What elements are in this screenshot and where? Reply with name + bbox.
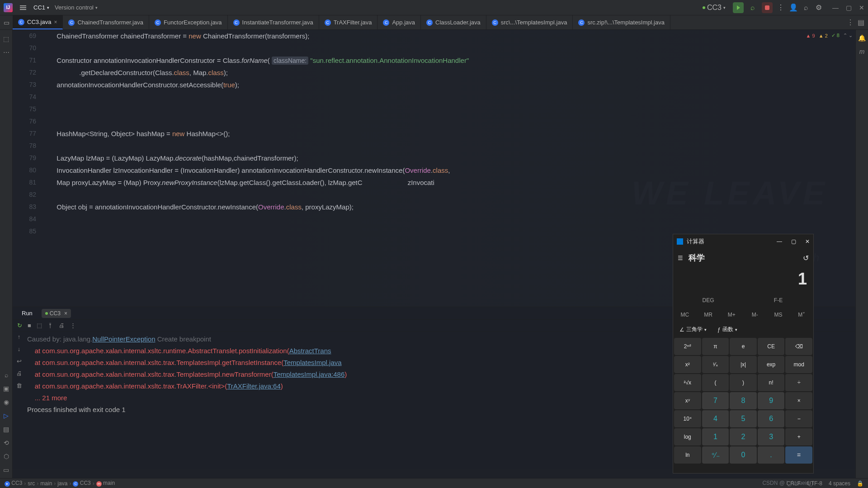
tab-list-icon[interactable]: ▤ <box>858 18 864 27</box>
editor-tab[interactable]: CClassLoader.java <box>421 15 486 29</box>
project-dropdown[interactable]: CC1▾ <box>33 4 49 11</box>
breadcrumb-item[interactable]: C CC3 <box>73 480 90 487</box>
line-number[interactable]: 84 <box>13 213 36 225</box>
calc-maximize-icon[interactable]: ▢ <box>791 238 796 245</box>
line-number[interactable]: 70 <box>13 42 36 54</box>
run-config-dropdown[interactable]: CC3▾ <box>699 3 729 13</box>
profiler-icon[interactable]: ◉ <box>4 398 9 406</box>
calc-deg[interactable]: DEG <box>673 293 743 308</box>
code-line[interactable]: Map proxyLazyMap = (Map) Proxy.newProxyI… <box>42 176 855 189</box>
calc-key[interactable]: 2ⁿᵈ <box>674 338 701 355</box>
calc-key[interactable]: |x| <box>730 356 757 373</box>
scroll-top-icon[interactable]: ↑ <box>18 333 21 340</box>
gutter[interactable]: 6970717273747576777879808182838485 <box>13 30 42 307</box>
calc-key[interactable]: ¹⁄ₓ <box>702 356 729 373</box>
line-number[interactable]: 69 <box>13 30 36 42</box>
debug-button[interactable]: ⌕ <box>747 2 758 13</box>
calc-key[interactable]: n! <box>758 374 785 391</box>
breadcrumb-item[interactable]: main <box>40 480 52 487</box>
stop-icon[interactable]: ■ <box>28 322 31 329</box>
calc-key[interactable]: 0 <box>730 446 757 464</box>
close-tab-icon[interactable]: × <box>54 19 57 25</box>
line-number[interactable]: 81 <box>13 176 36 189</box>
editor-tab[interactable]: CCC3.java× <box>13 15 63 29</box>
code-line[interactable] <box>42 42 855 54</box>
vcs-dropdown[interactable]: Version control▾ <box>55 4 98 11</box>
line-number[interactable]: 78 <box>13 140 36 152</box>
print-icon[interactable]: 🖨 <box>16 370 22 377</box>
notifications-icon[interactable]: 🔔 <box>858 34 866 42</box>
code-line[interactable]: annotationInvocationHandlerConstructor.s… <box>42 79 855 91</box>
breadcrumb-item[interactable]: java <box>57 480 67 487</box>
clear-icon[interactable]: 🗑 <box>16 382 22 389</box>
code-line[interactable] <box>42 213 855 225</box>
line-number[interactable]: 74 <box>13 91 36 103</box>
calc-key[interactable]: exp <box>758 356 785 373</box>
status-lock-icon[interactable]: 🔒 <box>857 480 863 487</box>
calc-key[interactable]: 4 <box>702 410 729 427</box>
calc-key[interactable]: . <box>758 446 785 464</box>
calc-close-icon[interactable]: ✕ <box>805 238 810 245</box>
calc-mem-btn[interactable]: MR <box>697 308 720 322</box>
run-tool-icon[interactable]: ▷ <box>4 412 9 419</box>
rerun-icon[interactable]: ↻ <box>17 322 22 329</box>
calc-menu-icon[interactable]: ☰ <box>678 255 683 261</box>
calc-key[interactable]: mod <box>785 356 812 373</box>
calc-key[interactable]: ln <box>674 446 701 464</box>
calc-key[interactable]: 3 <box>758 428 785 445</box>
calc-key[interactable]: 1 <box>702 428 729 445</box>
code-line[interactable]: .getDeclaredConstructor(Class.class, Map… <box>42 66 855 79</box>
intellij-logo[interactable]: IJ <box>4 3 13 12</box>
code-line[interactable] <box>42 103 855 115</box>
editor-tab[interactable]: CFunctorException.java <box>149 15 228 29</box>
breadcrumb-item[interactable]: m main <box>96 480 115 487</box>
line-number[interactable]: 85 <box>13 225 36 237</box>
calc-key[interactable]: − <box>785 410 812 427</box>
more-icon[interactable]: ⋮ <box>70 322 76 329</box>
stack-link[interactable]: AbstractTrans <box>289 347 331 355</box>
calculator-window[interactable]: 计算器 — ▢ ✕ ☰ 科学 ↺ 1 DEG F-E MCMRM+M-MSM˅ … <box>673 234 814 474</box>
filter-icon[interactable]: ⬚ <box>37 322 42 329</box>
editor-tab[interactable]: CChainedTransformer.java <box>63 15 149 29</box>
soft-wrap-icon[interactable]: ↩ <box>17 358 22 365</box>
problems-icon[interactable]: ⬡ <box>4 453 9 460</box>
calc-key[interactable]: ( <box>702 374 729 391</box>
account-icon[interactable]: 👤 <box>789 3 798 12</box>
calc-key[interactable]: ⌫ <box>785 338 812 355</box>
calc-key[interactable]: ÷ <box>785 374 812 391</box>
calc-mem-btn[interactable]: M- <box>743 308 767 322</box>
code-line[interactable] <box>42 140 855 152</box>
calc-key[interactable]: π <box>702 338 729 355</box>
run-config-tab[interactable]: CC3× <box>42 309 71 318</box>
editor-tab[interactable]: Csrc\...\TemplatesImpl.java <box>486 15 573 29</box>
calc-key[interactable]: 9 <box>758 392 785 409</box>
code-line[interactable]: HashMap<String, Object> hashMap = new Ha… <box>42 128 855 140</box>
stack-link[interactable]: TemplatesImpl.java <box>283 359 341 366</box>
build-icon[interactable]: ▤ <box>3 426 9 433</box>
settings-icon[interactable]: ⚙ <box>814 3 823 12</box>
calc-key[interactable]: e <box>730 338 757 355</box>
stack-link[interactable]: TemplatesImpl.java:486 <box>274 370 345 378</box>
line-number[interactable]: 79 <box>13 152 36 164</box>
run-tab[interactable]: Run <box>16 308 38 318</box>
line-number[interactable]: 73 <box>13 79 36 91</box>
line-number[interactable]: 76 <box>13 115 36 128</box>
line-number[interactable]: 80 <box>13 164 36 176</box>
main-menu-icon[interactable] <box>18 3 28 13</box>
calc-key[interactable]: ⁺⁄₋ <box>702 446 729 464</box>
search-icon[interactable]: ⌕ <box>802 3 811 12</box>
more-actions-icon[interactable]: ⋮ <box>776 3 785 12</box>
minimize-icon[interactable]: — <box>832 4 839 11</box>
calc-key[interactable]: 6 <box>758 410 785 427</box>
code-line[interactable]: ChainedTransformer chainedTransformer = … <box>42 30 855 42</box>
calc-key[interactable]: ²√x <box>674 374 701 391</box>
project-icon[interactable]: ▭ <box>4 19 9 26</box>
line-number[interactable]: 82 <box>13 189 36 201</box>
calc-key[interactable]: × <box>785 392 812 409</box>
calc-key[interactable]: CE <box>758 338 785 355</box>
services-icon[interactable]: ▭ <box>3 466 9 474</box>
calc-key[interactable]: 7 <box>702 392 729 409</box>
calc-mem-btn[interactable]: M˅ <box>790 308 813 322</box>
maximize-icon[interactable]: ▢ <box>846 4 852 11</box>
editor-tab[interactable]: CTrAXFilter.java <box>319 15 378 29</box>
